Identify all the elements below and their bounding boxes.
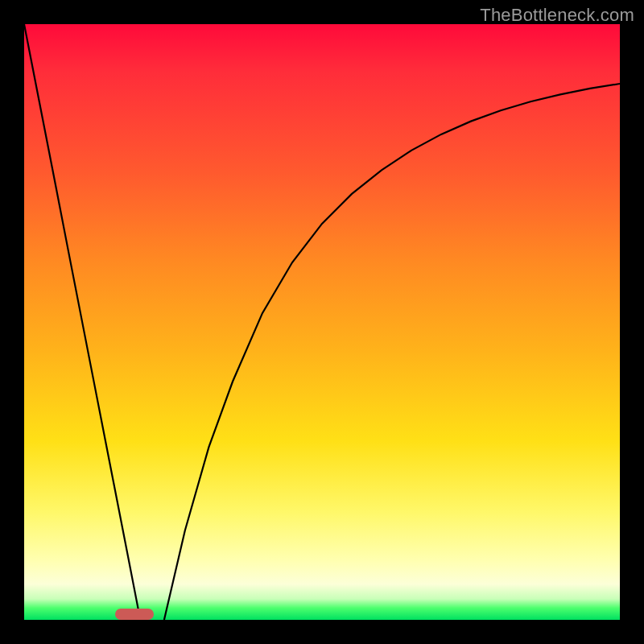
- plot-area: [24, 24, 620, 620]
- curve-left-branch: [24, 24, 140, 620]
- curve-right-branch: [164, 84, 620, 620]
- watermark-text: TheBottleneck.com: [480, 5, 634, 26]
- bottleneck-marker: [115, 609, 154, 620]
- chart-frame: TheBottleneck.com: [0, 0, 644, 644]
- curve-svg: [24, 24, 620, 620]
